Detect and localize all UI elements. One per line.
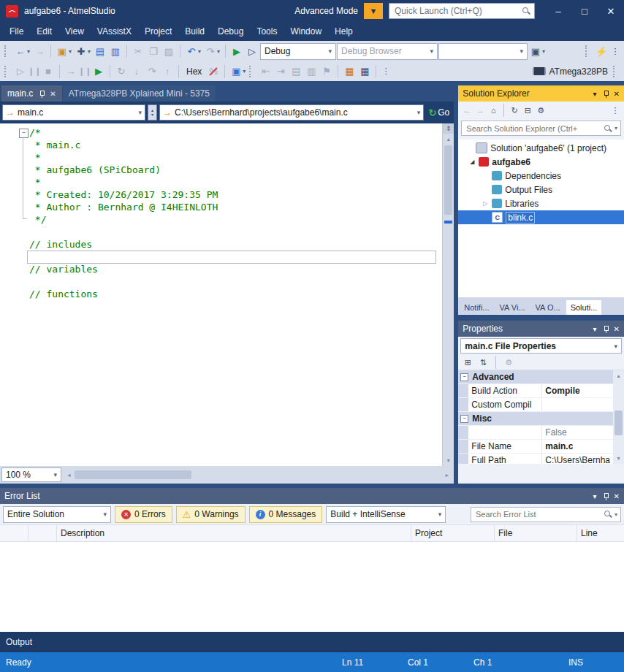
- find-in-files-icon[interactable]: ▣: [528, 44, 543, 58]
- property-row-custom-compile[interactable]: Custom Compil: [458, 398, 613, 412]
- menu-view[interactable]: View: [58, 23, 91, 39]
- category-row-misc[interactable]: − Misc: [458, 412, 613, 426]
- tree-item-libraries[interactable]: ▷ Libraries: [458, 196, 624, 210]
- close-button[interactable]: ✕: [598, 0, 624, 22]
- alphabetical-icon[interactable]: ⇅: [477, 356, 489, 368]
- column-file[interactable]: File: [495, 525, 577, 541]
- navigate-back-icon[interactable]: ←: [13, 44, 28, 58]
- step-into-icon[interactable]: ↓: [129, 64, 144, 79]
- solution-search-input[interactable]: [465, 123, 601, 134]
- window-position-icon[interactable]: ▾: [593, 90, 597, 98]
- menu-tools[interactable]: Tools: [250, 23, 284, 39]
- scrollbar-thumb[interactable]: [615, 411, 623, 435]
- hex-toggle-button[interactable]: Hex: [183, 66, 205, 77]
- run-to-cursor-icon[interactable]: →: [64, 64, 78, 79]
- toolbar-overflow-icon[interactable]: ⋮: [609, 104, 621, 116]
- error-icon-column-header[interactable]: [28, 525, 57, 541]
- menu-file[interactable]: File: [3, 23, 30, 39]
- start-debugging-icon[interactable]: ▶: [229, 44, 244, 58]
- back-icon[interactable]: ←: [461, 104, 473, 116]
- error-source-combo[interactable]: Build + IntelliSense ▾: [326, 506, 446, 523]
- device-selection[interactable]: ATmega328PB: [533, 66, 622, 77]
- solution-configuration-combo[interactable]: Debug ▾: [260, 43, 336, 60]
- navbar-splitter-button[interactable]: ▴ ▾: [148, 104, 157, 121]
- menu-edit[interactable]: Edit: [30, 23, 58, 39]
- tree-item-dependencies[interactable]: Dependencies: [458, 169, 624, 183]
- close-icon[interactable]: ✕: [614, 90, 620, 98]
- start-without-debugging-icon[interactable]: ▷: [245, 44, 259, 58]
- scope-combo[interactable]: → main.c ▾: [2, 104, 145, 121]
- properties-icon[interactable]: ⚙: [535, 104, 547, 116]
- tab-main-c[interactable]: main.c ✕: [1, 85, 62, 102]
- property-row-build-action[interactable]: Build Action Compile: [458, 384, 613, 398]
- quick-launch-input[interactable]: [393, 5, 519, 17]
- window-position-icon[interactable]: ▾: [593, 492, 597, 500]
- toolbar-overflow-icon[interactable]: ⋮: [609, 45, 621, 57]
- messages-filter-button[interactable]: i 0 Messages: [249, 506, 323, 523]
- toolbar-overflow-icon[interactable]: ⋮: [380, 66, 392, 77]
- maximize-button[interactable]: □: [571, 0, 598, 22]
- device-programming-icon[interactable]: ▦: [342, 64, 357, 79]
- vassistx-icon[interactable]: ⚡: [594, 44, 609, 58]
- copy-icon[interactable]: ❐: [146, 44, 161, 58]
- increase-indent-icon[interactable]: ⇥: [273, 64, 288, 79]
- device-tools-icon[interactable]: ▦: [357, 64, 372, 79]
- solution-search-box[interactable]: ▾: [461, 121, 621, 136]
- pin-icon[interactable]: [37, 90, 45, 98]
- menu-build[interactable]: Build: [178, 23, 211, 39]
- minimize-button[interactable]: –: [545, 0, 571, 22]
- tree-item-solution[interactable]: Solution 'aufgabe6' (1 project): [458, 141, 624, 155]
- categorized-icon[interactable]: ⊞: [462, 356, 473, 368]
- redo-icon[interactable]: ↷: [203, 44, 218, 58]
- show-next-statement-icon[interactable]: ▷: [13, 64, 28, 79]
- step-over-icon[interactable]: ↷: [145, 64, 159, 79]
- scroll-left-icon[interactable]: ◂: [64, 470, 75, 481]
- error-list-body[interactable]: [0, 542, 624, 632]
- window-position-icon[interactable]: ▾: [593, 325, 597, 333]
- error-list-titlebar[interactable]: Error List ▾ ✕: [0, 488, 624, 504]
- vertical-scrollbar[interactable]: ⇕ ▴ ▾: [442, 123, 454, 466]
- menu-vassistx[interactable]: VAssistX: [91, 23, 138, 39]
- tab-va-view[interactable]: VA Vi...: [495, 300, 530, 315]
- toolbar-grip[interactable]: [613, 66, 618, 77]
- property-pages-icon[interactable]: ⚙: [503, 356, 514, 368]
- properties-titlebar[interactable]: Properties ▾ ✕: [458, 321, 624, 337]
- collapse-all-icon[interactable]: ⊟: [522, 104, 533, 116]
- status-insert-mode[interactable]: INS: [568, 657, 593, 668]
- restart-icon[interactable]: ↻: [114, 64, 129, 79]
- property-row-unnamed[interactable]: False: [458, 426, 613, 440]
- undo-icon[interactable]: ↶: [184, 44, 199, 58]
- new-project-icon[interactable]: ▣: [55, 44, 69, 58]
- comment-icon[interactable]: ▤: [289, 64, 303, 79]
- column-description[interactable]: Description: [57, 525, 411, 541]
- break-all-icon[interactable]: ❙❙: [28, 66, 40, 77]
- scroll-down-icon[interactable]: ▾: [613, 453, 624, 464]
- error-search-input[interactable]: [474, 509, 601, 519]
- close-icon[interactable]: ✕: [614, 492, 620, 500]
- collapse-icon[interactable]: −: [460, 373, 468, 381]
- solution-explorer-titlebar[interactable]: Solution Explorer ▾ ✕: [458, 85, 624, 102]
- tree-item-project[interactable]: ◢ aufgabe6: [458, 155, 624, 169]
- properties-object-combo[interactable]: main.c File Properties ▾: [460, 338, 622, 354]
- close-icon[interactable]: ✕: [50, 90, 56, 98]
- cut-icon[interactable]: ✂: [131, 44, 145, 58]
- scrollbar-thumb[interactable]: [75, 470, 191, 479]
- add-item-icon[interactable]: ✚: [74, 44, 88, 58]
- error-search-box[interactable]: ▾: [471, 507, 621, 522]
- expanded-arrow-icon[interactable]: ◢: [468, 159, 476, 165]
- scroll-up-icon[interactable]: ▴: [443, 134, 454, 145]
- error-category-column-header[interactable]: [0, 525, 28, 541]
- decrease-indent-icon[interactable]: ⇤: [258, 64, 273, 79]
- properties-scrollbar[interactable]: ▴ ▾: [613, 370, 624, 464]
- scroll-up-icon[interactable]: ▴: [613, 370, 624, 381]
- tab-va-outline[interactable]: VA O...: [531, 300, 565, 315]
- save-icon[interactable]: ▤: [93, 44, 107, 58]
- toolbar-grip[interactable]: [4, 45, 9, 57]
- property-row-file-name[interactable]: File Name main.c: [458, 440, 613, 454]
- code-text-area[interactable]: /* * main.c * * aufgabe6 (SPiCboard) * *…: [0, 123, 442, 466]
- property-row-full-path[interactable]: Full Path C:\Users\Bernha: [458, 454, 613, 464]
- errors-filter-button[interactable]: ✕ 0 Errors: [115, 506, 172, 523]
- debug-browser-combo[interactable]: Debug Browser ▾: [337, 43, 438, 60]
- pin-icon[interactable]: [601, 492, 609, 500]
- search-target-combo[interactable]: ▾: [438, 43, 528, 60]
